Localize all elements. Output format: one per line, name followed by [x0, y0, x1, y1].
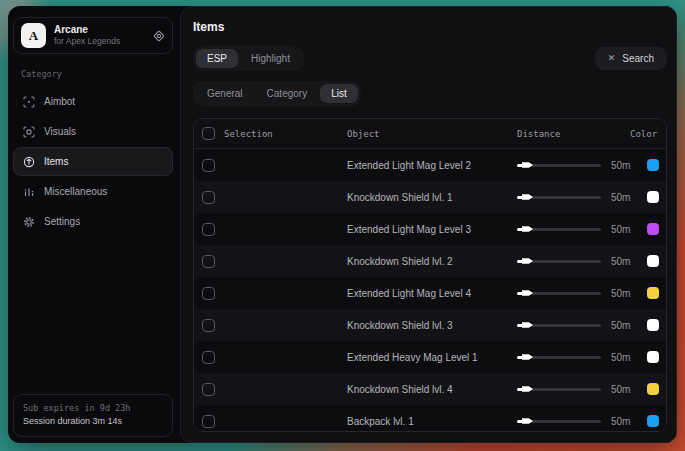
row-checkbox[interactable] [202, 383, 215, 396]
table-row[interactable]: Knockdown Shield lvl. 350m [194, 309, 666, 341]
sidebar-item-aimbot[interactable]: Aimbot [13, 87, 173, 116]
slider-thumb[interactable] [522, 258, 533, 265]
table-row[interactable]: Knockdown Shield lvl. 250m [194, 245, 666, 277]
slider-thumb[interactable] [522, 290, 533, 297]
table-header-row: Selection Object Distance Color [194, 119, 666, 149]
sidebar-item-items[interactable]: Items [13, 147, 173, 176]
distance-slider[interactable] [517, 324, 601, 327]
slider-thumb[interactable] [522, 162, 533, 169]
header-object: Object [347, 129, 517, 139]
row-checkbox[interactable] [202, 255, 215, 268]
color-swatch[interactable] [647, 383, 659, 395]
row-checkbox[interactable] [202, 287, 215, 300]
slider-thumb[interactable] [522, 226, 533, 233]
slider-thumb[interactable] [522, 322, 533, 329]
tab-category[interactable]: Category [256, 84, 319, 103]
items-table: Selection Object Distance Color Extended… [193, 118, 667, 432]
app-subtitle: for Apex Legends [54, 36, 120, 47]
distance-slider[interactable] [517, 388, 601, 391]
distance-slider[interactable] [517, 420, 601, 423]
color-swatch[interactable] [647, 319, 659, 331]
row-checkbox[interactable] [202, 191, 215, 204]
gear-icon [22, 215, 35, 228]
sidebar-item-miscellaneous[interactable]: Miscellaneous [13, 177, 173, 206]
color-swatch[interactable] [647, 351, 659, 363]
row-checkbox[interactable] [202, 223, 215, 236]
row-object-label: Knockdown Shield lvl. 3 [347, 320, 517, 331]
row-object-label: Knockdown Shield lvl. 2 [347, 256, 517, 267]
distance-slider[interactable] [517, 228, 601, 231]
color-swatch[interactable] [647, 287, 659, 299]
scan-icon [22, 125, 35, 138]
color-swatch[interactable] [647, 191, 659, 203]
tab-general[interactable]: General [196, 84, 254, 103]
color-swatch[interactable] [647, 255, 659, 267]
slider-thumb[interactable] [522, 418, 533, 425]
distance-value: 50m [611, 416, 630, 427]
sub-expiry-text: Sub expires in 9d 23h [23, 402, 163, 415]
sidebar-nav: AimbotVisualsItemsMiscellaneousSettings [8, 87, 178, 236]
page-title: Items [193, 20, 667, 34]
x-icon: ✕ [608, 54, 616, 63]
distance-slider[interactable] [517, 356, 601, 359]
color-swatch[interactable] [647, 415, 659, 427]
slider-thumb[interactable] [522, 386, 533, 393]
header-distance: Distance [517, 129, 630, 139]
tab-highlight[interactable]: Highlight [240, 49, 301, 68]
row-object-label: Extended Light Mag Level 3 [347, 224, 517, 235]
crosshair-icon [22, 95, 35, 108]
items-icon [22, 155, 35, 168]
table-row[interactable]: Knockdown Shield lvl. 150m [194, 181, 666, 213]
main-panel: Items ESPHighlight ✕ Search GeneralCateg… [180, 6, 677, 443]
table-row[interactable]: Extended Heavy Mag Level 150m [194, 341, 666, 373]
table-body: Extended Light Mag Level 250mKnockdown S… [194, 149, 666, 432]
distance-value: 50m [611, 352, 630, 363]
sidebar-item-settings[interactable]: Settings [13, 207, 173, 236]
sidebar-item-label: Settings [44, 216, 80, 227]
table-row[interactable]: Extended Light Mag Level 250m [194, 149, 666, 181]
app-logo: A [21, 23, 46, 48]
slider-thumb[interactable] [522, 194, 533, 201]
pin-icon[interactable] [153, 30, 165, 42]
table-row[interactable]: Backpack lvl. 150m [194, 405, 666, 432]
row-checkbox[interactable] [202, 319, 215, 332]
app-title: Arcane [54, 24, 120, 37]
row-object-label: Knockdown Shield lvl. 1 [347, 192, 517, 203]
sidebar-item-label: Items [44, 156, 68, 167]
row-object-label: Backpack lvl. 1 [347, 416, 517, 427]
table-row[interactable]: Knockdown Shield lvl. 450m [194, 373, 666, 405]
table-row[interactable]: Extended Light Mag Level 450m [194, 277, 666, 309]
distance-slider[interactable] [517, 164, 601, 167]
color-swatch[interactable] [647, 159, 659, 171]
row-object-label: Extended Light Mag Level 2 [347, 160, 517, 171]
row-checkbox[interactable] [202, 351, 215, 364]
header-color: Color [630, 129, 666, 139]
distance-slider[interactable] [517, 260, 601, 263]
distance-value: 50m [611, 320, 630, 331]
distance-value: 50m [611, 384, 630, 395]
distance-value: 50m [611, 160, 630, 171]
search-button[interactable]: ✕ Search [595, 47, 667, 70]
sidebar-item-label: Miscellaneous [44, 186, 107, 197]
select-all-checkbox[interactable] [202, 127, 215, 140]
distance-value: 50m [611, 224, 630, 235]
sidebar-item-label: Aimbot [44, 96, 75, 107]
mode-tab-group: ESPHighlight [193, 46, 304, 71]
search-button-label: Search [622, 53, 654, 64]
table-row[interactable]: Extended Light Mag Level 350m [194, 213, 666, 245]
tab-list[interactable]: List [320, 84, 358, 103]
sidebar-item-visuals[interactable]: Visuals [13, 117, 173, 146]
distance-slider[interactable] [517, 292, 601, 295]
tab-esp[interactable]: ESP [196, 49, 238, 68]
subscription-card: Sub expires in 9d 23h Session duration 3… [13, 394, 173, 437]
color-swatch[interactable] [647, 223, 659, 235]
brand-card: A Arcane for Apex Legends [13, 17, 173, 54]
distance-slider[interactable] [517, 196, 601, 199]
view-tab-group: GeneralCategoryList [193, 81, 361, 106]
slider-thumb[interactable] [522, 354, 533, 361]
row-checkbox[interactable] [202, 415, 215, 428]
logo-letter: A [29, 28, 38, 44]
sidebar: A Arcane for Apex Legends Category Aimbo… [8, 6, 178, 443]
sidebar-item-label: Visuals [44, 126, 76, 137]
row-checkbox[interactable] [202, 159, 215, 172]
